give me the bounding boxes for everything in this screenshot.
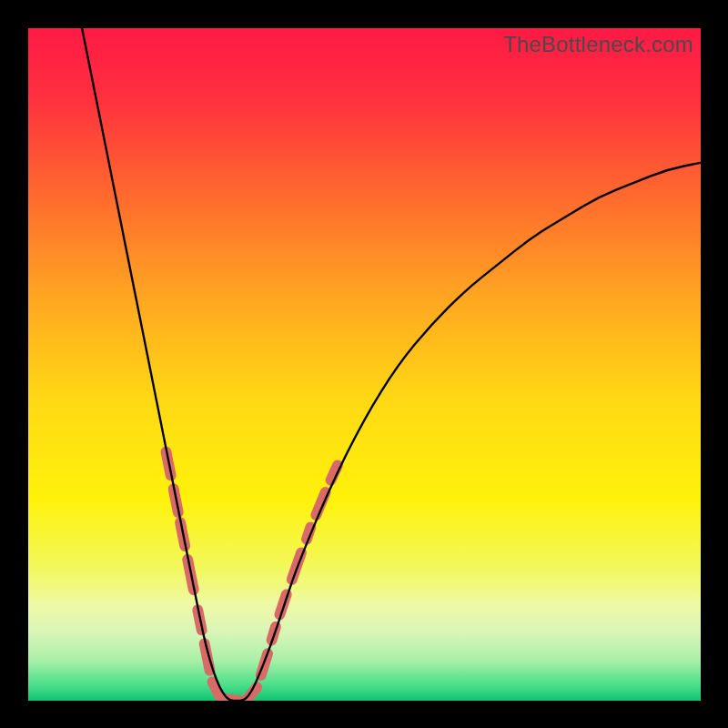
bottleneck-curve [82, 28, 701, 701]
curve-layer [28, 28, 701, 701]
plot-area: TheBottleneck.com [28, 28, 701, 701]
chart-frame: TheBottleneck.com [0, 0, 728, 728]
